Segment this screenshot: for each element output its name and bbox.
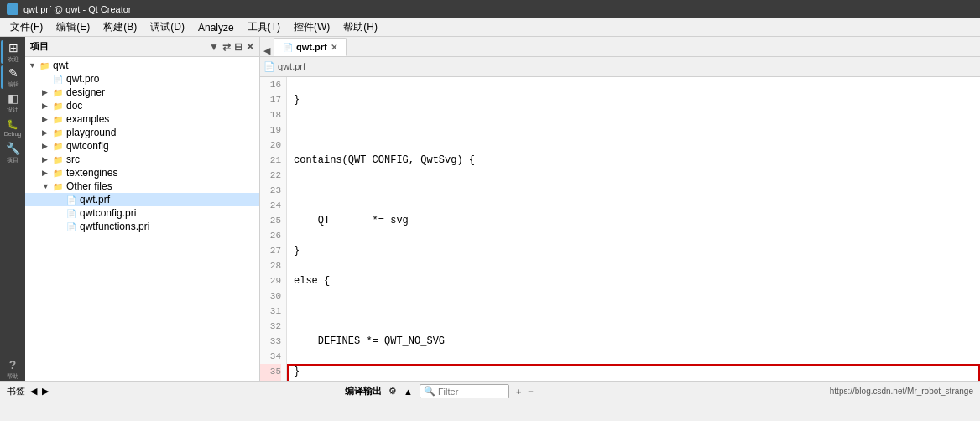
filter-icon[interactable]: ▼ (209, 41, 219, 53)
file-icon-qwtconfig-pri: 📄 (65, 207, 77, 219)
tree-label-qwt-pro: qwt.pro (66, 73, 99, 85)
tree-label-src: src (66, 153, 80, 165)
compile-output-label: 编译输出 (345, 385, 382, 398)
menu-item-t[interactable]: 工具(T) (241, 18, 287, 36)
folder-icon-examples: 📁 (52, 113, 64, 125)
tree-item-qwt-pro[interactable]: ▶ 📄 qwt.pro (25, 72, 259, 86)
edit-label: 编辑 (8, 81, 19, 89)
sync-icon[interactable]: ⇄ (222, 41, 231, 53)
project-tree: ▼ 📁 qwt ▶ 📄 qwt.pro ▶ 📁 designer ▶ 📁 doc (25, 57, 259, 381)
bottom-settings[interactable]: ⚙ (388, 386, 397, 397)
tab-icon-qwt-prf: 📄 (283, 43, 293, 52)
file-icon-qwt-pro: 📄 (52, 73, 64, 85)
bottom-left: 书签 ◀ ▶ (7, 385, 49, 398)
code-content[interactable]: } contains(QWT_CONFIG, QwtSvg) { QT *= s… (287, 77, 980, 381)
folder-icon-qwt: 📁 (39, 60, 50, 71)
tab-close-qwt-prf[interactable]: ✕ (331, 43, 337, 52)
design-icon: ◧ (8, 91, 18, 105)
menu-item-d[interactable]: 调试(D) (143, 18, 191, 36)
menu-bar: 文件(F)编辑(E)构建(B)调试(D)Analyze工具(T)控件(W)帮助(… (0, 18, 980, 37)
sidebar-item-project[interactable]: 🔧 项目 (1, 141, 24, 164)
welcome-label: 欢迎 (8, 55, 19, 64)
tree-label-examples: examples (66, 113, 109, 125)
project-panel: 项目 ▼ ⇄ ⊟ ✕ ▼ 📁 qwt ▶ 📄 qwt.pro (25, 37, 260, 381)
tree-label-qwt-prf: qwt.prf (80, 194, 110, 205)
sidebar-item-welcome[interactable]: ⊞ 欢迎 (1, 40, 24, 64)
app-icon (7, 3, 18, 15)
tree-arrow-qwtconfig: ▶ (42, 142, 52, 150)
sidebar-item-design[interactable]: ◧ 设计 (1, 91, 24, 114)
tree-item-playground[interactable]: ▶ 📁 playground (25, 126, 259, 139)
tab-label-qwt-prf: qwt.prf (296, 42, 327, 52)
nav-prev[interactable]: ◀ (30, 386, 37, 397)
tree-label-qwt: qwt (53, 60, 69, 71)
sidebar-item-edit[interactable]: ✎ 编辑 (1, 65, 24, 89)
tree-arrow-other-files: ▼ (42, 182, 52, 190)
collapse-icon[interactable]: ⊟ (234, 41, 242, 53)
title-bar: qwt.prf @ qwt - Qt Creator (0, 0, 980, 18)
help-icon: ? (9, 358, 17, 372)
file-icon-qwtfunctions-pri: 📄 (65, 221, 77, 232)
tree-item-doc[interactable]: ▶ 📁 doc (25, 99, 259, 112)
bookmarks-label: 书签 (7, 385, 25, 398)
folder-icon-other-files: 📁 (52, 180, 64, 192)
sidebar-icons: ⊞ 欢迎 ✎ 编辑 ◧ 设计 🐛 Debug 🔧 项目 ? 帮助 (0, 37, 25, 381)
project-panel-header: 项目 ▼ ⇄ ⊟ ✕ (25, 37, 259, 57)
tab-qwt-prf[interactable]: 📄 qwt.prf ✕ (274, 38, 347, 56)
project-label: 项目 (7, 156, 18, 164)
tree-item-examples[interactable]: ▶ 📁 examples (25, 112, 259, 126)
tree-arrow-src: ▶ (42, 155, 52, 164)
project-panel-title: 项目 (30, 40, 49, 53)
filter-search-icon: 🔍 (424, 386, 435, 397)
tree-item-other-files[interactable]: ▼ 📁 Other files (25, 179, 259, 193)
bottom-arrow-up[interactable]: ▲ (404, 387, 413, 397)
sidebar-item-debug[interactable]: 🐛 Debug (1, 116, 24, 139)
breadcrumb-path: 📄 qwt.prf (263, 61, 305, 72)
debug-label: Debug (4, 131, 22, 137)
menu-item-w[interactable]: 控件(W) (287, 18, 336, 36)
folder-icon-src: 📁 (52, 153, 64, 165)
tree-item-qwtconfig-pri[interactable]: ▶ 📄 qwtconfig.pri (25, 206, 259, 220)
line-numbers: 16 17 18 19 20 21 22 23 24 25 26 27 28 2… (260, 77, 287, 381)
tree-label-designer: designer (66, 86, 105, 98)
folder-icon-playground: 📁 (52, 127, 64, 138)
tree-item-textengines[interactable]: ▶ 📁 textengines (25, 166, 259, 179)
code-editor[interactable]: 16 17 18 19 20 21 22 23 24 25 26 27 28 2… (260, 77, 980, 381)
tree-item-qwt-prf[interactable]: ▶ 📄 qwt.prf (25, 193, 259, 206)
filter-input[interactable] (438, 387, 505, 397)
welcome-icon: ⊞ (8, 41, 18, 55)
nav-next[interactable]: ▶ (42, 386, 49, 397)
tree-label-qwtconfig-pri: qwtconfig.pri (80, 207, 136, 219)
help-label: 帮助 (7, 372, 18, 381)
tree-arrow-playground: ▶ (42, 128, 52, 137)
folder-icon-doc: 📁 (52, 100, 64, 112)
bottom-right: https://blog.csdn.net/Mr_robot_strange (830, 387, 973, 396)
plus-btn[interactable]: + (516, 387, 521, 397)
menu-item-b[interactable]: 构建(B) (96, 18, 143, 36)
tree-item-qwtconfig[interactable]: ▶ 📁 qwtconfig (25, 139, 259, 153)
tab-bar: ◀ 📄 qwt.prf ✕ (260, 37, 980, 57)
tree-arrow-examples: ▶ (42, 115, 52, 123)
close-panel-icon[interactable]: ✕ (246, 41, 254, 53)
menu-item-h[interactable]: 帮助(H) (336, 18, 384, 36)
tab-nav-back[interactable]: ◀ (260, 45, 274, 56)
tree-label-other-files: Other files (66, 180, 112, 192)
menu-item-f[interactable]: 文件(F) (3, 18, 50, 36)
bottom-center: 编译输出 ⚙ ▲ 🔍 + − (345, 384, 534, 398)
tree-item-src[interactable]: ▶ 📁 src (25, 153, 259, 166)
menu-item-analyze[interactable]: Analyze (191, 20, 241, 35)
tree-label-qwtconfig: qwtconfig (66, 140, 109, 152)
tree-item-qwt[interactable]: ▼ 📁 qwt (25, 59, 259, 72)
tree-label-doc: doc (66, 100, 82, 112)
minus-btn[interactable]: − (528, 387, 533, 397)
editor-toolbar: 📄 qwt.prf (260, 57, 980, 77)
menu-item-e[interactable]: 编辑(E) (50, 18, 96, 36)
sidebar-item-help[interactable]: ? 帮助 (1, 357, 24, 381)
tree-arrow-designer: ▶ (42, 88, 52, 96)
folder-icon-designer: 📁 (52, 86, 64, 98)
tree-arrow-qwt: ▼ (29, 61, 39, 70)
design-label: 设计 (7, 106, 18, 114)
tree-label-qwtfunctions-pri: qwtfunctions.pri (80, 221, 149, 232)
tree-item-designer[interactable]: ▶ 📁 designer (25, 86, 259, 99)
tree-item-qwtfunctions-pri[interactable]: ▶ 📄 qwtfunctions.pri (25, 220, 259, 233)
